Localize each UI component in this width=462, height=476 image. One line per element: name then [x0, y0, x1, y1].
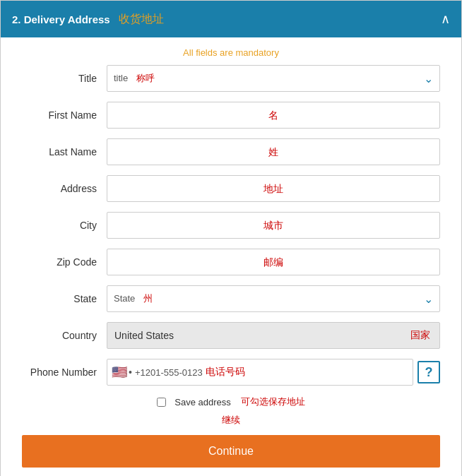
- collapse-icon[interactable]: ∧: [441, 11, 450, 27]
- country-label: Country: [22, 330, 107, 341]
- city-field: [107, 212, 440, 239]
- firstname-row: First Name: [22, 102, 440, 129]
- phone-wrapper: 🇺🇸 • +1201-555-0123 电话号码 ?: [107, 359, 440, 386]
- country-row: Country 国家: [22, 322, 440, 349]
- us-flag-icon: 🇺🇸: [112, 364, 127, 380]
- mandatory-note: All fields are mandatory: [1, 37, 461, 65]
- continue-button[interactable]: Continue: [22, 435, 440, 468]
- phone-row: Phone Number 🇺🇸 • +1201-555-0123 电话号码 ?: [22, 359, 440, 386]
- phone-input-group: 🇺🇸 • +1201-555-0123 电话号码: [107, 359, 413, 386]
- state-label: State: [22, 293, 107, 304]
- state-row: State California New York Texas State 州 …: [22, 285, 440, 312]
- title-select[interactable]: Mr. Ms. Mrs. Dr.: [107, 65, 440, 92]
- lastname-input[interactable]: [107, 138, 440, 165]
- save-address-row: Save address 可勾选保存地址: [22, 395, 440, 408]
- country-input[interactable]: [107, 322, 440, 349]
- phone-separator: •: [129, 367, 132, 378]
- country-field: 国家: [107, 322, 440, 349]
- firstname-label: First Name: [22, 109, 107, 121]
- form-body: Title Mr. Ms. Mrs. Dr. title 称呼 ⌄ First …: [1, 65, 461, 476]
- title-field: Mr. Ms. Mrs. Dr. title 称呼 ⌄: [107, 65, 440, 92]
- firstname-input[interactable]: [107, 102, 440, 129]
- title-label: Title: [22, 73, 107, 84]
- title-row: Title Mr. Ms. Mrs. Dr. title 称呼 ⌄: [22, 65, 440, 92]
- save-address-checkbox[interactable]: [157, 398, 166, 407]
- header-left: 2. Delivery Address 收货地址: [12, 12, 164, 27]
- delivery-address-form: 2. Delivery Address 收货地址 ∧ All fields ar…: [0, 0, 462, 476]
- lastname-field: [107, 138, 440, 165]
- phone-label: Phone Number: [22, 367, 107, 378]
- address-label: Address: [22, 183, 107, 194]
- save-address-label: Save address: [174, 397, 231, 407]
- section-header: 2. Delivery Address 收货地址 ∧: [1, 1, 461, 37]
- zipcode-field: [107, 249, 440, 275]
- zipcode-label: Zip Code: [22, 256, 107, 268]
- continue-chinese-hint: 继续: [22, 414, 440, 427]
- phone-chinese: 电话号码: [206, 366, 245, 379]
- lastname-label: Last Name: [22, 146, 107, 157]
- city-label: City: [22, 220, 107, 231]
- city-input[interactable]: [107, 212, 440, 239]
- save-address-chinese: 可勾选保存地址: [241, 395, 305, 408]
- step-title: 2. Delivery Address: [12, 13, 110, 25]
- state-select[interactable]: California New York Texas: [107, 285, 440, 312]
- city-row: City: [22, 212, 440, 239]
- help-button[interactable]: ?: [417, 361, 440, 383]
- step-chinese-title: 收货地址: [119, 12, 164, 27]
- lastname-row: Last Name: [22, 138, 440, 165]
- address-row: Address: [22, 175, 440, 202]
- address-input[interactable]: [107, 175, 440, 202]
- phone-prefix: +1201-555-0123: [135, 367, 203, 378]
- state-field: California New York Texas State 州 ⌄: [107, 285, 440, 312]
- zipcode-input[interactable]: [107, 249, 440, 275]
- address-field: [107, 175, 440, 202]
- zipcode-row: Zip Code: [22, 249, 440, 275]
- firstname-field: [107, 102, 440, 129]
